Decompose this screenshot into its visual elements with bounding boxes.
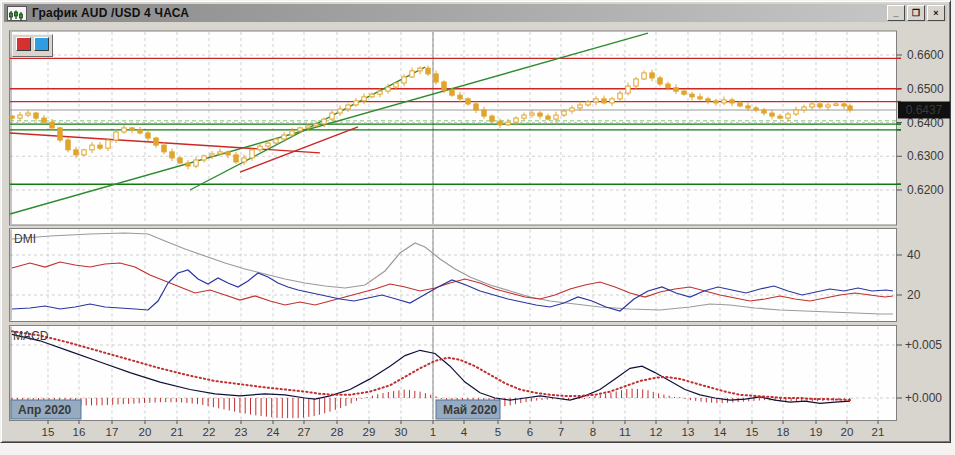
svg-text:+0.000: +0.000 (905, 391, 942, 405)
date-tick-label: 5 (495, 426, 501, 438)
date-tick-label: 21 (171, 426, 184, 438)
svg-text:+0.005: +0.005 (905, 338, 942, 352)
date-tick-label: 19 (810, 426, 823, 438)
price-chart[interactable]: DMIMACDАпр 2020Май 20200.66000.65000.640… (0, 0, 955, 455)
macd-panel-label: MACD (13, 329, 49, 343)
svg-text:20: 20 (907, 288, 921, 302)
date-tick-label: 23 (235, 426, 248, 438)
date-tick-label: 15 (42, 426, 55, 438)
date-tick-label: 30 (395, 426, 408, 438)
date-tick-label: 14 (714, 426, 727, 438)
month-label: Май 2020 (443, 403, 498, 417)
dmi-panel-label: DMI (14, 232, 36, 246)
blue-marker-button[interactable] (34, 37, 49, 51)
date-tick-label: 20 (841, 426, 854, 438)
date-tick-label: 18 (777, 426, 790, 438)
svg-text:40: 40 (907, 248, 921, 262)
price-panel[interactable] (10, 31, 897, 225)
date-tick-label: 8 (590, 426, 596, 438)
date-tick-label: 4 (461, 426, 468, 438)
date-tick-label: 1 (430, 426, 436, 438)
svg-text:0.6500: 0.6500 (907, 82, 944, 96)
svg-text:0.6600: 0.6600 (907, 48, 944, 62)
current-price-value: 0.6437 (906, 103, 943, 117)
date-tick-label: 24 (267, 426, 280, 438)
red-marker-button[interactable] (16, 37, 31, 51)
dmi-panel[interactable] (10, 229, 897, 322)
svg-text:0.6200: 0.6200 (907, 183, 944, 197)
date-tick-label: 20 (139, 426, 152, 438)
date-tick-label: 29 (363, 426, 376, 438)
date-tick-label: 12 (650, 426, 663, 438)
date-tick-label: 6 (527, 426, 533, 438)
price-scale[interactable]: 0.66000.65000.64000.63000.62004020+0.005… (897, 48, 951, 405)
date-tick-label: 17 (106, 426, 119, 438)
month-label: Апр 2020 (18, 403, 72, 417)
date-tick-label: 15 (746, 426, 759, 438)
svg-text:0.6300: 0.6300 (907, 149, 944, 163)
date-tick-label: 13 (682, 426, 695, 438)
date-tick-label: 11 (619, 426, 631, 438)
date-tick-label: 7 (558, 426, 564, 438)
date-tick-label: 22 (203, 426, 216, 438)
date-tick-label: 16 (73, 426, 86, 438)
date-axis[interactable]: 1516172021222324272829301456781112131415… (42, 421, 885, 439)
chart-mini-toolbar (12, 34, 53, 57)
date-tick-label: 27 (298, 426, 311, 438)
date-tick-label: 21 (872, 426, 885, 438)
date-tick-label: 28 (331, 426, 344, 438)
